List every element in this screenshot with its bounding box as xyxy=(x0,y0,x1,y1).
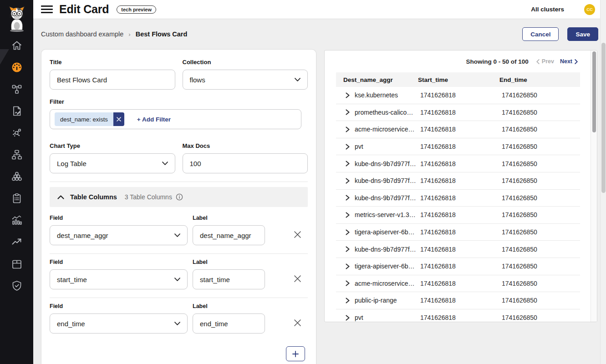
chevron-right-icon xyxy=(575,59,578,64)
sidebar-item-topology[interactable] xyxy=(0,78,33,100)
table-columns-section-header[interactable]: Table Columns 3 Table Columns xyxy=(50,187,308,207)
field-select[interactable]: dest_name_aggr xyxy=(50,225,188,245)
clipboard-list-icon xyxy=(11,192,23,204)
expand-row-chevron[interactable] xyxy=(346,263,350,269)
table-row[interactable]: kube-dns-9b7d977f…17416268181741626850 xyxy=(336,241,580,258)
close-icon xyxy=(293,230,302,239)
expand-row-chevron[interactable] xyxy=(346,126,350,132)
close-icon xyxy=(117,117,121,121)
table-row[interactable]: metrics-server-v1.3…17416268181741626850 xyxy=(336,207,580,224)
row-dest-name: tigera-apiserver-6b… xyxy=(355,263,415,270)
sidebar-item-clusters[interactable] xyxy=(0,166,33,187)
sidebar-item-network-tree[interactable] xyxy=(0,144,33,166)
table-row[interactable]: kube-dns-9b7d977f…17416268181741626850 xyxy=(336,190,580,207)
row-dest-name: pvt xyxy=(355,143,363,150)
table-row[interactable]: acme-microservice…17416268181741626850 xyxy=(336,121,580,138)
table-row[interactable]: pvt17416268181741626850 xyxy=(336,309,580,322)
chevron-down-icon xyxy=(174,322,180,325)
table-row[interactable]: tigera-apiserver-6b…17416268181741626850 xyxy=(336,258,580,275)
avatar[interactable]: CC xyxy=(584,4,595,15)
window-scrollbar-thumb[interactable] xyxy=(601,43,606,193)
table-row[interactable]: tigera-apiserver-6b…17416268181741626850 xyxy=(336,224,580,241)
chevron-down-icon xyxy=(295,78,300,81)
chevron-right-icon xyxy=(346,144,350,150)
sidebar-item-trends[interactable] xyxy=(0,231,33,253)
label-label: Label xyxy=(193,215,265,221)
close-icon xyxy=(293,274,302,283)
sidebar-item-packages[interactable] xyxy=(0,253,33,275)
expand-row-chevron[interactable] xyxy=(346,280,350,286)
expand-row-chevron[interactable] xyxy=(346,92,350,98)
row-dest-name: kube-dns-9b7d977f… xyxy=(355,246,416,253)
table-row[interactable]: kube-dns-9b7d977f…17416268181741626850 xyxy=(336,172,580,190)
max-docs-input[interactable] xyxy=(183,153,308,173)
add-column-button[interactable] xyxy=(286,346,305,361)
table-column-editor-row: Fieldstart_timeLabel xyxy=(50,259,308,289)
filter-chip-text: dest_name: exists xyxy=(60,116,108,123)
expand-row-chevron[interactable] xyxy=(346,195,350,201)
sidebar-item-dashboards[interactable] xyxy=(0,56,33,78)
calico-cat-logo[interactable] xyxy=(0,0,33,35)
table-row[interactable]: kse.kubernetes17416268181741626850 xyxy=(336,87,580,104)
expand-row-chevron[interactable] xyxy=(346,212,350,218)
row-dest-name: tigera-apiserver-6b… xyxy=(355,228,415,236)
remove-column-button[interactable] xyxy=(293,318,302,327)
chevron-right-icon xyxy=(346,315,350,321)
info-icon[interactable] xyxy=(176,193,183,201)
filter-box[interactable]: dest_name: exists + Add Filter xyxy=(50,109,301,129)
column-header-start-time[interactable]: Start_time xyxy=(418,76,499,83)
sidebar-item-compliance[interactable] xyxy=(0,187,33,209)
table-row[interactable]: prometheus-calico…17416268181741626850 xyxy=(336,104,580,121)
label-input[interactable] xyxy=(193,225,265,245)
prev-page-button[interactable]: Prev xyxy=(536,58,554,65)
title-input[interactable] xyxy=(50,70,175,90)
chevron-right-icon xyxy=(346,195,350,201)
expand-row-chevron[interactable] xyxy=(346,178,350,184)
cluster-selector[interactable]: All clusters xyxy=(531,6,564,13)
table-row[interactable]: acme-microservice…17416268181741626850 xyxy=(336,275,580,293)
sidebar-item-security[interactable] xyxy=(0,275,33,297)
table-row[interactable]: pvt17416268181741626850 xyxy=(336,138,580,156)
label-input[interactable] xyxy=(193,269,265,289)
expand-row-chevron[interactable] xyxy=(346,144,350,150)
save-button[interactable]: Save xyxy=(567,27,598,41)
row-end-time: 1741626850 xyxy=(499,263,580,270)
collection-select[interactable]: flows xyxy=(183,70,308,90)
expand-row-chevron[interactable] xyxy=(346,161,350,167)
table-row[interactable]: kube-dns-9b7d977f…17416268181741626850 xyxy=(336,155,580,172)
hamburger-menu-icon[interactable] xyxy=(41,4,53,15)
cancel-button[interactable]: Cancel xyxy=(522,27,559,41)
sidebar-item-service-graph[interactable] xyxy=(0,122,33,144)
breadcrumb-parent[interactable]: Custom dashboard example xyxy=(41,30,123,38)
table-row[interactable]: public-ip-range17416268181741626850 xyxy=(336,292,580,309)
sidebar-item-analytics[interactable] xyxy=(0,209,33,231)
column-header-dest-name-aggr[interactable]: Dest_name_aggr xyxy=(336,76,418,83)
chevron-down-icon xyxy=(174,278,180,281)
expand-row-chevron[interactable] xyxy=(346,229,350,235)
expand-row-chevron[interactable] xyxy=(346,298,350,303)
table-columns-list: Fielddest_name_aggrLabelFieldstart_timeL… xyxy=(50,215,308,334)
chevron-right-icon xyxy=(346,126,350,132)
remove-filter-button[interactable] xyxy=(113,112,124,126)
pagination-bar: Showing 0 - 50 of 100 Prev Next xyxy=(325,51,597,72)
add-filter-button[interactable]: + Add Filter xyxy=(137,116,171,123)
expand-row-chevron[interactable] xyxy=(346,315,350,321)
remove-column-button[interactable] xyxy=(293,230,302,239)
prev-label: Prev xyxy=(542,58,554,65)
chevron-up-icon[interactable] xyxy=(57,195,64,199)
dashboard-gauge-icon xyxy=(11,61,23,73)
panel-scrollbar-thumb[interactable] xyxy=(592,51,596,132)
row-start-time: 1741626818 xyxy=(418,143,499,150)
table-columns-count: 3 Table Columns xyxy=(125,193,172,201)
remove-column-button[interactable] xyxy=(293,274,302,283)
expand-row-chevron[interactable] xyxy=(346,109,350,115)
label-input[interactable] xyxy=(193,313,265,334)
next-page-button[interactable]: Next xyxy=(560,58,578,65)
field-select[interactable]: start_time xyxy=(50,269,188,289)
field-select[interactable]: end_time xyxy=(50,313,188,334)
row-end-time: 1741626850 xyxy=(499,280,580,287)
chart-type-select[interactable]: Log Table xyxy=(50,153,175,173)
column-header-end-time[interactable]: End_time xyxy=(499,76,580,83)
expand-row-chevron[interactable] xyxy=(346,246,350,252)
sidebar-item-policy-editor[interactable] xyxy=(0,100,33,122)
